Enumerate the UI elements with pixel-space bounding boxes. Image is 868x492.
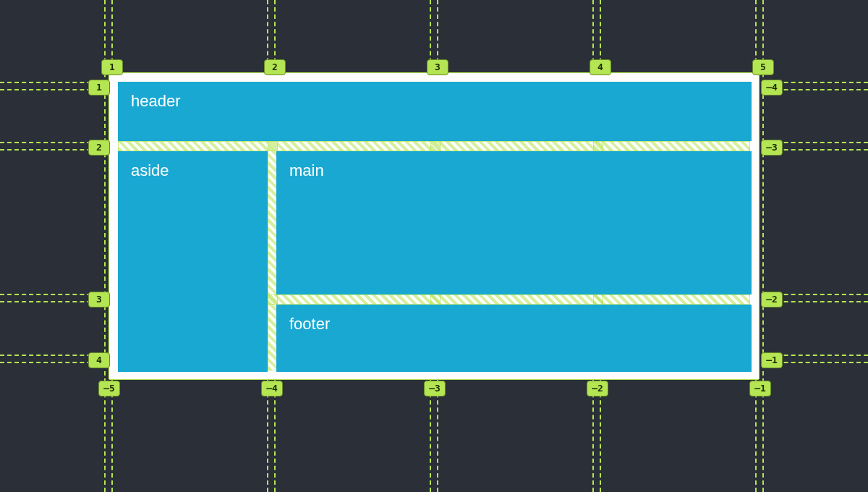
col-badge-top-3: 3 [427,59,448,75]
grid-container: header aside main footer [109,72,760,380]
row-badge-right-4: –1 [761,352,783,368]
area-footer: footer [276,305,752,372]
row-badge-right-3: –2 [761,292,783,308]
area-main-label: main [289,161,324,179]
col-badge-bot-1: –5 [98,381,120,396]
area-aside-label: aside [131,161,169,179]
row-badge-left-4: 4 [88,352,110,368]
col-badge-bot-4: –2 [587,381,608,396]
row-badge-left-1: 1 [88,80,110,96]
area-header-label: header [131,92,181,110]
row-badge-right-2: –3 [761,140,783,156]
area-main: main [276,151,752,294]
row-badge-right-1: –4 [761,80,783,96]
col-badge-top-1: 1 [101,59,123,75]
col-badge-bot-5: –1 [749,381,771,396]
col-badge-top-4: 4 [590,59,611,75]
col-badge-bot-3: –3 [424,381,446,396]
col-badge-top-2: 2 [264,59,286,75]
row-badge-left-2: 2 [88,140,110,156]
col-badge-bot-2: –4 [261,381,283,396]
col-badge-top-5: 5 [752,59,774,75]
grid-diagram: header aside main footer 1 2 3 4 5 –5 –4… [0,0,868,492]
grid-cells: header aside main footer [118,82,750,370]
row-badge-left-3: 3 [88,292,110,308]
area-footer-label: footer [289,315,330,333]
area-aside: aside [118,151,268,372]
area-header: header [118,82,752,141]
